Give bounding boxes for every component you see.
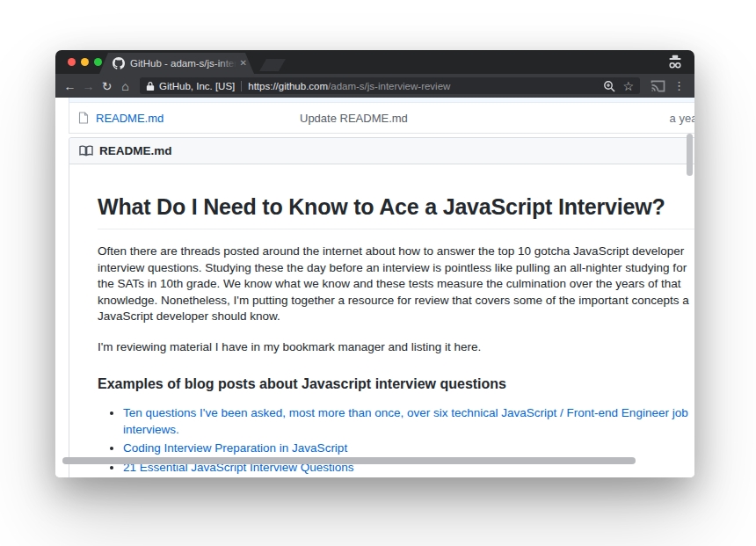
commit-message-link[interactable]: Update README.md [300, 112, 408, 125]
readme-section-heading: Examples of blog posts about Javascript … [98, 376, 694, 392]
list-item: Ten questions I've been asked, most more… [123, 405, 694, 438]
url-path: /adam-s/js-interview-review [328, 81, 450, 91]
page-viewport: README.md Update README.md a year ago RE… [55, 98, 694, 477]
incognito-icon [666, 55, 684, 70]
list-item: Coding Interview Preparation in JavaScri… [123, 440, 694, 457]
github-favicon-icon [113, 57, 125, 69]
browser-menu-icon[interactable]: ⋮ [673, 80, 685, 91]
blog-post-list: Ten questions I've been asked, most more… [98, 405, 694, 476]
tab-title: GitHub - adam-s/js-interview-review [130, 58, 236, 69]
omnibox-separator [241, 81, 242, 91]
zoom-window-button[interactable] [94, 58, 102, 66]
file-list: README.md Update README.md a year ago [69, 103, 694, 134]
vertical-scrollbar[interactable] [687, 134, 693, 176]
close-window-button[interactable] [68, 58, 76, 66]
url-host: https://github.com [248, 81, 328, 91]
browser-toolbar: ← → ↻ ⌂ GitHub, Inc. [US] https://github… [55, 74, 694, 98]
commit-age: a year ago [627, 112, 694, 125]
lock-icon [146, 81, 155, 91]
tab-close-icon[interactable]: ✕ [240, 59, 247, 68]
forward-icon[interactable]: → [79, 80, 98, 92]
blog-post-link[interactable]: Ten questions I've been asked, most more… [123, 406, 688, 436]
tab-strip: GitHub - adam-s/js-interview-review ✕ [55, 50, 694, 74]
readme-box: README.md What Do I Need to Know to Ace … [69, 137, 694, 477]
readme-paragraph-1: Often there are threads posted around th… [98, 244, 694, 325]
address-bar[interactable]: GitHub, Inc. [US] https://github.com/ada… [140, 77, 640, 94]
readme-paragraph-2: I'm reviewing material I have in my book… [98, 339, 694, 356]
blog-post-link[interactable]: Coding Interview Preparation in JavaScri… [123, 441, 347, 455]
readme-content: What Do I Need to Know to Ace a JavaScri… [69, 164, 694, 477]
browser-tab[interactable]: GitHub - adam-s/js-interview-review ✕ [99, 53, 254, 74]
file-icon [78, 112, 89, 124]
page-zoom-icon[interactable] [603, 80, 615, 92]
file-name-link[interactable]: README.md [96, 112, 164, 125]
bookmark-star-icon[interactable]: ☆ [622, 80, 634, 92]
cast-icon[interactable] [651, 80, 665, 92]
minimize-window-button[interactable] [81, 58, 89, 66]
home-icon[interactable]: ⌂ [116, 80, 134, 92]
readme-box-header: README.md [69, 138, 694, 164]
readme-header-title: README.md [99, 144, 172, 157]
github-page: README.md Update README.md a year ago RE… [69, 98, 694, 477]
new-tab-button[interactable] [259, 59, 286, 71]
security-badge[interactable]: GitHub, Inc. [US] [159, 81, 235, 91]
refresh-icon[interactable]: ↻ [98, 80, 116, 92]
back-icon[interactable]: ← [61, 80, 79, 92]
desktop-background: GitHub - adam-s/js-interview-review ✕ ← … [0, 0, 756, 546]
horizontal-scrollbar[interactable] [62, 457, 636, 464]
readme-heading: What Do I Need to Know to Ace a JavaScri… [98, 194, 694, 229]
book-icon [79, 145, 93, 157]
window-controls [68, 58, 102, 66]
file-row[interactable]: README.md Update README.md a year ago [69, 103, 694, 133]
browser-window: GitHub - adam-s/js-interview-review ✕ ← … [55, 50, 694, 477]
